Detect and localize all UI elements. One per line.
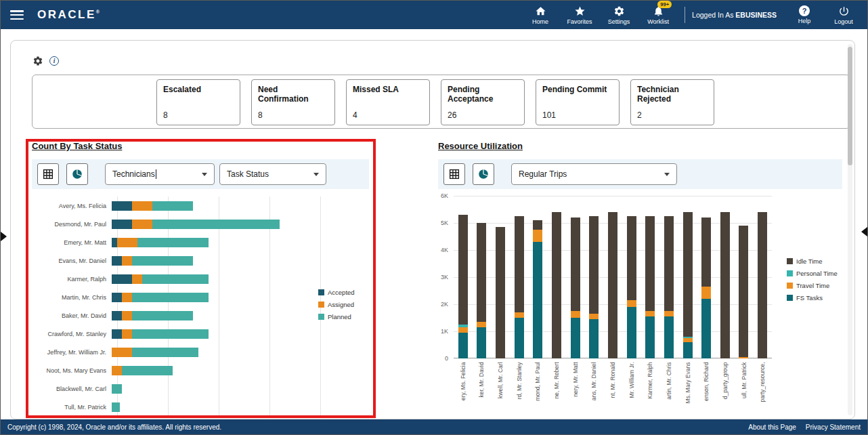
bar-segment[interactable]: [142, 274, 209, 284]
task-status-dropdown[interactable]: Task Status: [219, 163, 326, 185]
bar-segment[interactable]: [758, 212, 767, 358]
bar-segment[interactable]: [122, 366, 173, 375]
technicians-dropdown[interactable]: Technicians: [105, 163, 215, 185]
bar-segment[interactable]: [122, 256, 132, 266]
bar-segment[interactable]: [112, 201, 132, 211]
bar-segment[interactable]: [701, 299, 711, 358]
bar-segment[interactable]: [645, 311, 655, 316]
bar-segment[interactable]: [132, 329, 209, 339]
bar-segment[interactable]: [701, 218, 711, 287]
bar-segment[interactable]: [571, 318, 580, 358]
page-settings-gear-icon[interactable]: [32, 56, 43, 66]
bar-segment[interactable]: [627, 307, 636, 358]
bar-segment[interactable]: [589, 314, 599, 319]
bar-segment[interactable]: [608, 212, 617, 358]
bar-segment[interactable]: [132, 293, 209, 302]
bar-segment[interactable]: [477, 327, 486, 358]
bar-segment[interactable]: [645, 216, 655, 311]
bar-segment[interactable]: [112, 384, 122, 394]
nav-item-settings[interactable]: Settings: [599, 4, 638, 26]
bar-segment[interactable]: [122, 293, 132, 302]
bar-segment[interactable]: [112, 220, 132, 229]
bar-segment[interactable]: [552, 212, 561, 358]
bar-segment[interactable]: [571, 311, 580, 318]
info-icon[interactable]: i: [49, 56, 59, 66]
bar-column: [571, 218, 580, 358]
bar-segment[interactable]: [112, 329, 122, 339]
nav-item-help[interactable]: ? Help: [785, 4, 824, 26]
bar-segment[interactable]: [112, 402, 120, 412]
bar-segment[interactable]: [627, 216, 636, 300]
bar-segment[interactable]: [458, 333, 468, 358]
chart-view-button[interactable]: [66, 163, 88, 185]
bar-segment[interactable]: [477, 322, 486, 327]
bar-segment[interactable]: [122, 329, 132, 339]
scrollbar-thumb[interactable]: [848, 47, 852, 165]
footer-link-about-this-page[interactable]: About this Page: [748, 423, 796, 431]
bar-segment[interactable]: [739, 357, 748, 358]
bar-segment[interactable]: [458, 327, 468, 333]
bar-segment[interactable]: [132, 256, 193, 266]
bar-segment[interactable]: [152, 201, 193, 211]
bar-segment[interactable]: [533, 242, 542, 358]
vertical-scrollbar[interactable]: [848, 44, 852, 415]
bar-segment[interactable]: [515, 318, 524, 358]
regular-trips-dropdown[interactable]: Regular Trips: [511, 163, 677, 185]
bar-segment[interactable]: [132, 220, 152, 229]
bar-segment[interactable]: [720, 212, 730, 358]
nav-label: Favorites: [567, 18, 592, 25]
category-label: ery, Ms. Felicia: [459, 362, 466, 417]
bar-segment[interactable]: [112, 348, 132, 357]
bar-segment[interactable]: [589, 216, 599, 314]
bar-segment[interactable]: [571, 218, 580, 311]
kpi-card[interactable]: Pending Acceptance26: [441, 79, 525, 125]
bar-segment[interactable]: [112, 311, 122, 320]
kpi-card[interactable]: Escalated8: [156, 79, 240, 125]
kpi-card[interactable]: Need Confirmation8: [251, 79, 335, 125]
oracle-logo[interactable]: ORACLE®: [37, 8, 100, 22]
bar-segment[interactable]: [112, 366, 122, 375]
bar-segment[interactable]: [496, 227, 505, 358]
bar-segment[interactable]: [645, 316, 655, 358]
bar-segment[interactable]: [112, 293, 122, 302]
bar-segment[interactable]: [627, 300, 636, 307]
bar-segment[interactable]: [132, 201, 152, 211]
bar-segment[interactable]: [112, 256, 122, 266]
table-view-button[interactable]: [37, 163, 59, 185]
bar-segment[interactable]: [112, 274, 132, 284]
kpi-card[interactable]: Technician Rejected2: [630, 79, 714, 125]
bar-segment[interactable]: [137, 238, 209, 247]
bar-segment[interactable]: [664, 316, 674, 358]
nav-item-home[interactable]: Home: [521, 4, 560, 26]
bar-segment[interactable]: [515, 312, 524, 318]
nav-item-logout[interactable]: Logout: [824, 4, 863, 26]
bar-segment[interactable]: [683, 342, 693, 358]
bar-segment[interactable]: [533, 230, 542, 242]
hamburger-menu-icon[interactable]: [10, 10, 24, 20]
bar-segment[interactable]: [458, 215, 468, 325]
bar-segment[interactable]: [122, 311, 132, 320]
bar-segment[interactable]: [589, 319, 599, 358]
bar-segment[interactable]: [132, 274, 142, 284]
bar-segment[interactable]: [132, 311, 193, 320]
bar-segment[interactable]: [117, 238, 137, 247]
kpi-card[interactable]: Missed SLA4: [346, 79, 430, 125]
bar-segment[interactable]: [664, 216, 674, 311]
footer-link-privacy-statement[interactable]: Privacy Statement: [806, 423, 861, 431]
bar-segment[interactable]: [533, 220, 542, 230]
bar-segment[interactable]: [132, 348, 198, 357]
bar-segment[interactable]: [701, 287, 711, 299]
bar-segment[interactable]: [664, 311, 674, 316]
bar-segment[interactable]: [477, 223, 486, 322]
nav-item-favorites[interactable]: Favorites: [560, 4, 599, 26]
nav-item-worklist[interactable]: 99+ Worklist: [638, 4, 678, 26]
table-view-button[interactable]: [443, 163, 465, 185]
bar-segment[interactable]: [683, 212, 693, 337]
bar-segment[interactable]: [152, 220, 280, 229]
bar-segment[interactable]: [739, 226, 748, 357]
bar-segment[interactable]: [112, 238, 117, 247]
chart-view-button[interactable]: [473, 163, 494, 185]
kpi-card[interactable]: Pending Commit101: [536, 79, 620, 125]
bar-segment[interactable]: [515, 216, 524, 312]
y-axis-tick: 0: [429, 355, 448, 362]
